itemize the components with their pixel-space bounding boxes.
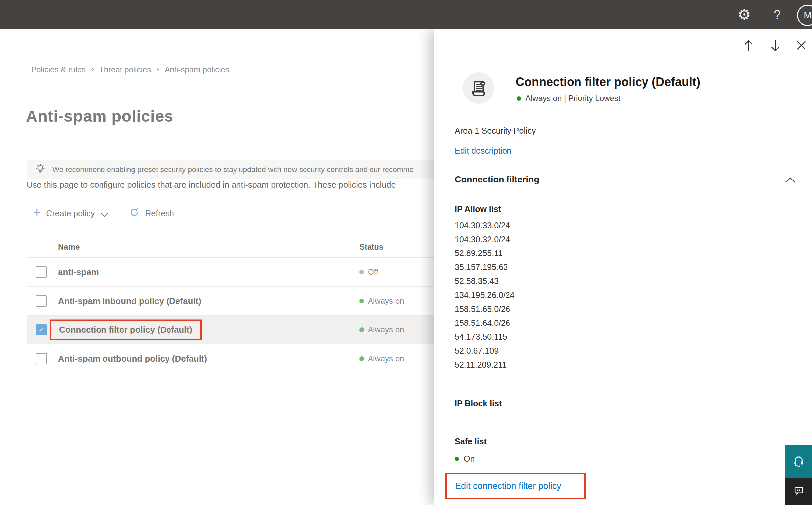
- refresh-icon: [129, 207, 140, 220]
- breadcrumb-separator-icon: ›: [91, 64, 94, 74]
- status-label: Always on: [368, 354, 404, 363]
- ip-allow-entry: 54.173.50.115: [455, 330, 515, 344]
- status-on-dot-icon: [517, 96, 521, 101]
- name-cell: anti-spam: [58, 267, 99, 278]
- edit-connection-filter-policy-link[interactable]: Edit connection filter policy: [455, 481, 561, 491]
- table-row[interactable]: Anti-spam inbound policy (Default)Always…: [26, 287, 434, 316]
- status-dot-icon: [359, 328, 364, 332]
- breadcrumb-separator-icon: ›: [156, 64, 159, 74]
- status-dot-icon: [359, 299, 364, 303]
- ip-allow-entry: 35.157.195.63: [455, 260, 515, 274]
- ip-allow-list: 104.30.33.0/24104.30.32.0/2452.89.255.11…: [455, 218, 515, 372]
- flyout-title: Connection filter policy (Default): [516, 75, 700, 89]
- status-dot-icon: [359, 356, 364, 361]
- collapse-section-chevron-up-icon[interactable]: [784, 176, 797, 185]
- ip-allow-entry: 134.195.26.0/24: [455, 288, 515, 302]
- column-header-name[interactable]: Name: [58, 242, 79, 251]
- connection-filtering-section-title: Connection filtering: [455, 175, 539, 185]
- status-badge: Off: [359, 268, 379, 277]
- table-header: Name Status: [26, 235, 434, 258]
- column-header-status[interactable]: Status: [359, 242, 383, 251]
- top-app-bar: ⚙ ? M: [0, 0, 812, 29]
- table-row[interactable]: Anti-spam outbound policy (Default)Alway…: [26, 344, 434, 373]
- ip-allow-entry: 158.51.65.0/26: [455, 302, 515, 316]
- status-dot-icon: [359, 270, 364, 275]
- policy-table: Name Status anti-spamOffAnti-spam inboun…: [26, 235, 434, 373]
- flyout-status-text: Always on | Priority Lowest: [526, 94, 620, 103]
- status-on-dot-icon: [455, 457, 459, 461]
- create-policy-button[interactable]: + Create policy: [32, 206, 110, 221]
- breadcrumb-policies-rules[interactable]: Policies & rules: [31, 65, 85, 74]
- chat-bubble-icon: [792, 484, 805, 499]
- ip-allow-entry: 104.30.32.0/24: [455, 232, 515, 246]
- safe-list-status: On: [455, 454, 475, 464]
- breadcrumb-threat-policies[interactable]: Threat policies: [99, 65, 151, 74]
- safe-list-title: Safe list: [455, 437, 486, 446]
- lightbulb-icon: [35, 164, 46, 176]
- ip-allow-entry: 158.51.64.0/26: [455, 316, 515, 330]
- breadcrumb-anti-spam-policies[interactable]: Anti-spam policies: [165, 65, 229, 74]
- status-badge: Always on: [359, 325, 404, 334]
- previous-item-arrow-up-icon[interactable]: [741, 38, 756, 55]
- status-label: Always on: [368, 325, 404, 334]
- ip-allow-entry: 104.30.33.0/24: [455, 218, 515, 232]
- banner-text: We recommend enabling preset security po…: [52, 165, 414, 174]
- headset-icon: [792, 454, 806, 469]
- ip-allow-entry: 52.0.67.109: [455, 344, 515, 358]
- name-cell: Anti-spam inbound policy (Default): [58, 296, 201, 306]
- chevron-down-icon: [101, 209, 109, 219]
- row-checkbox[interactable]: [36, 267, 47, 278]
- create-policy-label: Create policy: [46, 209, 94, 218]
- toolbar: + Create policy Refresh: [32, 205, 176, 222]
- row-checkbox[interactable]: [36, 295, 47, 307]
- status-label: Off: [368, 268, 379, 277]
- policy-scroll-icon: [463, 72, 494, 104]
- edit-description-link[interactable]: Edit description: [455, 146, 512, 156]
- ip-allow-entry: 52.11.209.211: [455, 358, 515, 372]
- ip-allow-list-title: IP Allow list: [455, 204, 501, 214]
- app-window: ⚙ ? M Policies & rules › Threat policies…: [0, 0, 812, 505]
- row-checkbox[interactable]: ✓: [36, 324, 47, 335]
- policy-name-link[interactable]: Anti-spam inbound policy (Default): [58, 296, 201, 306]
- edit-link-highlight-box: Edit connection filter policy: [445, 473, 586, 499]
- next-item-arrow-down-icon[interactable]: [768, 38, 783, 55]
- page-title: Anti-spam policies: [26, 107, 174, 126]
- policy-name-link[interactable]: anti-spam: [58, 267, 99, 277]
- support-headset-button[interactable]: [786, 445, 812, 478]
- recommendation-banner: We recommend enabling preset security po…: [26, 160, 458, 179]
- help-icon[interactable]: ?: [774, 8, 781, 21]
- row-checkbox[interactable]: [36, 353, 47, 364]
- breadcrumb: Policies & rules › Threat policies › Ant…: [31, 65, 229, 74]
- name-highlight-box: Connection filter policy (Default): [50, 320, 202, 340]
- page-description: Use this page to configure policies that…: [26, 180, 433, 190]
- refresh-button[interactable]: Refresh: [128, 205, 176, 222]
- flyout-divider: [455, 165, 796, 165]
- table-row[interactable]: ✓Connection filter policy (Default)Alway…: [26, 316, 434, 344]
- status-badge: Always on: [359, 354, 404, 363]
- close-icon[interactable]: [794, 38, 808, 53]
- safe-list-status-text: On: [464, 454, 475, 464]
- status-badge: Always on: [359, 296, 404, 306]
- table-row[interactable]: anti-spamOff: [26, 258, 434, 287]
- ip-allow-entry: 52.58.35.43: [455, 274, 515, 288]
- account-avatar[interactable]: M: [797, 5, 812, 26]
- ip-allow-entry: 52.89.255.11: [455, 246, 515, 260]
- policy-name-link[interactable]: Connection filter policy (Default): [59, 325, 192, 335]
- plus-icon: +: [33, 207, 41, 218]
- refresh-label: Refresh: [145, 209, 174, 218]
- policy-name-link[interactable]: Anti-spam outbound policy (Default): [58, 354, 207, 364]
- policy-description-text: Area 1 Security Policy: [455, 126, 536, 136]
- avatar-initial: M: [804, 10, 811, 21]
- status-label: Always on: [368, 296, 404, 306]
- feedback-chat-button[interactable]: [786, 478, 812, 505]
- settings-gear-icon[interactable]: ⚙: [738, 7, 751, 22]
- name-cell: Anti-spam outbound policy (Default): [58, 354, 207, 364]
- policy-details-flyout: Connection filter policy (Default) Alway…: [433, 29, 812, 505]
- flyout-status: Always on | Priority Lowest: [517, 94, 620, 103]
- ip-block-list-title: IP Block list: [455, 399, 501, 408]
